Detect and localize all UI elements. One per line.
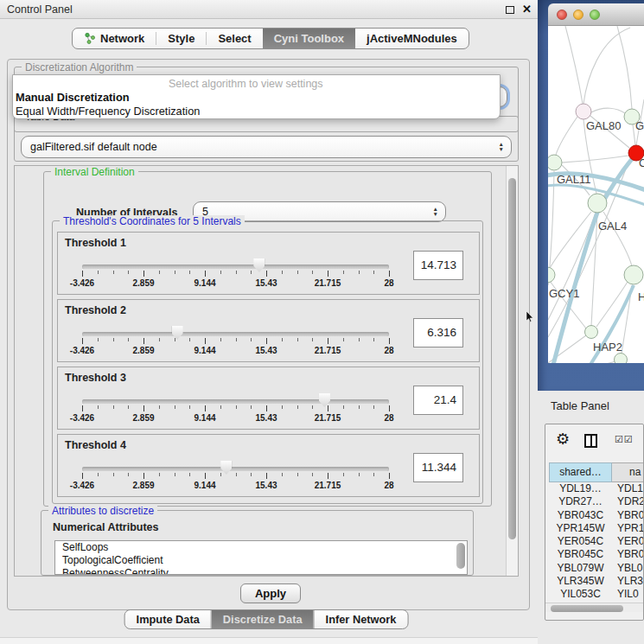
- table-row[interactable]: YIL053CYIL0: [549, 588, 644, 598]
- slider-track[interactable]: [82, 399, 389, 404]
- gear-icon[interactable]: ⚙: [556, 431, 570, 447]
- threshold-value-field[interactable]: 14.713: [413, 251, 463, 280]
- columns-icon[interactable]: [584, 434, 597, 448]
- node-label: H: [638, 290, 644, 303]
- tick-mark: [205, 271, 206, 277]
- tick-label: 21.715: [302, 346, 354, 355]
- table-panel-header: Table Panel: [538, 391, 644, 424]
- slider-track[interactable]: [82, 467, 389, 471]
- threshold-value-field[interactable]: 11.344: [413, 453, 463, 482]
- attribute-topologicalcoefficient[interactable]: TopologicalCoefficient: [55, 554, 467, 567]
- table-row[interactable]: YBL079WYBL0: [549, 562, 644, 575]
- tick-mark: [98, 271, 99, 274]
- scrollbar-thumb[interactable]: [551, 605, 623, 612]
- network-node[interactable]: [615, 354, 628, 364]
- node-label: G: [635, 119, 644, 132]
- network-node-h[interactable]: [624, 265, 643, 284]
- threshold-value-field[interactable]: 6.316: [413, 318, 463, 348]
- tick-mark: [220, 271, 221, 274]
- cell-shared-name: YBR045C: [549, 548, 612, 561]
- network-node-gal4[interactable]: [588, 194, 607, 213]
- apply-button[interactable]: Apply: [240, 583, 301, 603]
- close-icon[interactable]: ✕: [522, 3, 532, 16]
- slider-track[interactable]: [82, 265, 389, 269]
- slider-track[interactable]: [82, 332, 389, 336]
- close-traffic-light-icon[interactable]: [557, 10, 567, 20]
- network-node-gcy1[interactable]: [548, 267, 555, 283]
- tab-jactivemnodules[interactable]: jActiveMNodules: [355, 29, 469, 48]
- settings-scroll-panel: Interval Definition Number of Intervals …: [14, 165, 519, 577]
- table-row[interactable]: YDL19…YDL1: [549, 482, 644, 495]
- combo-stepper-icon[interactable]: ▲▼: [499, 137, 504, 157]
- panel-scrollbar[interactable]: [506, 166, 518, 576]
- attribute-selfloops[interactable]: SelfLoops: [55, 541, 467, 554]
- tick-mark: [175, 338, 175, 341]
- tick-mark: [389, 473, 390, 479]
- column-header-name[interactable]: na: [612, 462, 644, 482]
- float-window-icon[interactable]: [506, 6, 514, 14]
- table-data-combobox[interactable]: galFiltered.sif default node ▲▼: [21, 136, 512, 158]
- column-header-shared[interactable]: shared…: [549, 462, 612, 482]
- attribute-betweennesscentrality[interactable]: BetweennessCentrality: [55, 567, 467, 575]
- minimize-traffic-light-icon[interactable]: [573, 10, 583, 20]
- tick-label: 2.859: [118, 346, 169, 355]
- table-panel-title: Table Panel: [551, 399, 609, 412]
- cell-name: YIL0: [612, 588, 639, 598]
- numerical-attributes-list[interactable]: SelfLoopsTopologicalCoefficientBetweenne…: [54, 540, 468, 575]
- tick-mark: [205, 405, 206, 411]
- dropdown-option-manual-discretization[interactable]: Manual Discretization: [13, 90, 500, 104]
- application-window: Control Panel ✕ NetworkStyleSelectCyni T…: [0, 0, 644, 644]
- tick-mark: [236, 338, 237, 341]
- network-edge: [565, 26, 583, 104]
- tick-mark: [297, 405, 298, 409]
- tick-mark: [373, 405, 374, 409]
- bottom-tab-discretize-data[interactable]: Discretize Data: [211, 610, 314, 628]
- interval-definition-group: Interval Definition Number of Intervals …: [43, 171, 492, 507]
- tick-mark: [159, 473, 160, 476]
- network-node-gal80[interactable]: [576, 104, 591, 119]
- tab-select[interactable]: Select: [207, 29, 262, 48]
- tick-mark: [143, 473, 144, 479]
- tick-mark: [251, 473, 252, 476]
- table-row[interactable]: YPR145WYPR1: [549, 522, 644, 535]
- tick-mark: [82, 271, 83, 277]
- bottom-strip: [0, 637, 538, 644]
- network-canvas[interactable]: GAL80GCGAL11GAL4GCY1HHAP2: [548, 26, 644, 363]
- table-data-value: galFiltered.sif default node: [30, 141, 157, 153]
- tick-mark: [328, 338, 328, 344]
- network-node-hap2[interactable]: [585, 326, 598, 339]
- mouse-cursor: [526, 311, 534, 326]
- horizontal-scrollbar[interactable]: [545, 603, 643, 612]
- dropdown-option-equal-width-frequency-discretization[interactable]: Equal Width/Frequency Discretization: [13, 104, 500, 118]
- tick-mark: [189, 405, 190, 409]
- threshold-box-threshold-3: Threshold 3-3.4262.8599.14415.4321.71528…: [57, 367, 480, 430]
- table-row[interactable]: YER054CYER0: [549, 535, 644, 548]
- network-node-gal11[interactable]: [548, 155, 562, 170]
- tick-mark: [189, 338, 190, 341]
- table-row[interactable]: YLR345WYLR3: [549, 575, 644, 588]
- table-row[interactable]: YDR27…YDR2: [549, 495, 644, 508]
- scrollbar-thumb[interactable]: [508, 178, 516, 539]
- tick-mark: [159, 338, 160, 341]
- bottom-tab-impute-data[interactable]: Impute Data: [125, 610, 211, 628]
- checkbox-icons[interactable]: ☑☑: [615, 434, 634, 445]
- threshold-value-field[interactable]: 21.4: [413, 386, 463, 415]
- tick-mark: [312, 338, 313, 341]
- combo-stepper-icon[interactable]: ▲▼: [433, 202, 438, 221]
- list-scrollbar[interactable]: [456, 543, 465, 569]
- tick-mark: [359, 405, 360, 409]
- tab-cyni-toolbox[interactable]: Cyni Toolbox: [263, 29, 355, 48]
- cell-shared-name: YBL079W: [549, 562, 612, 575]
- tick-mark: [113, 473, 114, 476]
- tick-mark: [282, 271, 283, 274]
- tab-style[interactable]: Style: [156, 29, 206, 48]
- tab-network[interactable]: Network: [73, 29, 156, 48]
- tick-mark: [113, 405, 114, 409]
- zoom-traffic-light-icon[interactable]: [590, 10, 600, 20]
- cell-name: YBR0: [612, 509, 644, 522]
- table-row[interactable]: YBR043CYBR0: [549, 509, 644, 522]
- table-row[interactable]: YBR045CYBR0: [549, 548, 644, 561]
- bottom-tab-infer-network[interactable]: Infer Network: [314, 610, 408, 628]
- tab-label: Cyni Toolbox: [274, 32, 344, 45]
- threshold-box-threshold-4: Threshold 4-3.4262.8599.14415.4321.71528…: [57, 434, 480, 497]
